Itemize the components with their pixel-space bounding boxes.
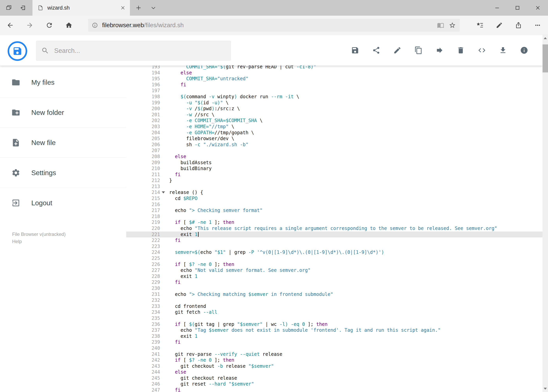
site-info-icon[interactable] [91,22,98,28]
back-button[interactable] [4,19,16,32]
code-button[interactable] [478,46,486,54]
delete-button[interactable] [457,46,465,54]
code-line-237[interactable]: 237 echo "Tag $semver does not exist in … [126,327,542,333]
sidebar-item-new-folder[interactable]: New folder [0,98,126,128]
minimize-button[interactable] [487,0,507,16]
address-bar[interactable]: filebrowser.web/files/wizard.sh [88,19,460,32]
code-line-216[interactable]: 216 [126,202,542,208]
share-page-button[interactable] [509,19,528,32]
tab-preview-button[interactable] [3,0,15,16]
code-line-224[interactable]: 224 semver=$(echo "$1" | grep -P '^v(0|[… [126,249,542,255]
more-button[interactable] [528,19,547,32]
code-line-217[interactable]: 217 echo "> Checking semver format" [126,207,542,214]
code-line-222[interactable]: 222 fi [126,237,542,244]
code-line-198[interactable]: 198 $(command -v winpty) docker run --rm… [126,94,542,100]
code-line-241[interactable]: 241 git rev-parse --verify --quiet relea… [126,351,542,357]
code-line-201[interactable]: 201 -w //src \ [126,112,542,118]
vertical-scrollbar[interactable] [542,35,548,392]
copy-button[interactable] [414,46,423,54]
maximize-button[interactable] [507,0,528,16]
code-line-246[interactable]: 246 git reset --hard "$semver" [126,381,542,387]
tab-close-button[interactable] [119,4,126,11]
code-line-225[interactable]: 225 [126,255,542,261]
web-note-button[interactable] [490,19,509,32]
code-line-230[interactable]: 230 [126,285,542,291]
code-line-226[interactable]: 226 if [ $? -ne 0 ]; then [126,261,542,267]
code-line-202[interactable]: 202 -e COMMIT_SHA=$COMMIT_SHA \ [126,118,542,124]
code-line-208[interactable]: 208 else [126,154,542,160]
code-line-227[interactable]: 227 echo "Not valid semver format. See s… [126,267,542,273]
code-line-203[interactable]: 203 -e HOME="//tmp" \ [126,124,542,130]
code-line-212[interactable]: 212} [126,177,542,184]
code-line-211[interactable]: 211 fi [126,172,542,178]
code-line-235[interactable]: 235 [126,315,542,321]
help-link[interactable]: Help [12,238,66,245]
code-line-218[interactable]: 218 [126,214,542,220]
code-line-234[interactable]: 234 git fetch --all [126,309,542,315]
code-line-243[interactable]: 243 git checkout -b release "$semver" [126,363,542,369]
code-line-199[interactable]: 199 -u "$(id -u)" \ [126,100,542,106]
code-line-229[interactable]: 229 fi [126,279,542,285]
code-line-215[interactable]: 215 cd $REPO [126,196,542,202]
home-button[interactable] [62,19,75,32]
code-line-205[interactable]: 205 filebrowser/dev \ [126,136,542,142]
code-line-195[interactable]: 195 COMMIT_SHA="untracked" [126,76,542,82]
sidebar-item-settings[interactable]: Settings [0,158,126,188]
code-editor[interactable]: 193 COMMIT_SHA="$(git rev-parse HEAD | c… [126,66,542,392]
code-line-232[interactable]: 232 [126,297,542,303]
code-line-240[interactable]: 240 [126,345,542,351]
code-line-223[interactable]: 223 [126,244,542,250]
code-line-219[interactable]: 219 if [ $# -ne 1 ]; then [126,219,542,225]
scroll-up-button[interactable] [542,35,548,42]
tab-menu-button[interactable] [148,0,159,16]
code-line-194[interactable]: 194 else [126,70,542,76]
reading-view-button[interactable] [436,21,445,30]
code-line-200[interactable]: 200 -v /$(pwd):/src:z \ [126,106,542,112]
code-line-213[interactable]: 213 [126,184,542,190]
code-line-236[interactable]: 236 if [ $(git tag | grep "$semver" | wc… [126,321,542,327]
app-logo[interactable] [8,41,27,61]
code-line-220[interactable]: 220 echo "This release script requires a… [126,225,542,231]
code-line-193[interactable]: 193 COMMIT_SHA="$(git rev-parse HEAD | c… [126,66,542,70]
url-text[interactable]: filebrowser.web/files/wizard.sh [102,22,434,29]
edit-button[interactable] [393,46,402,54]
code-line-207[interactable]: 207 [126,147,542,154]
code-line-244[interactable]: 244 else [126,369,542,375]
code-line-221[interactable]: 221 exit 1 [126,231,542,238]
code-line-233[interactable]: 233 cd frontend [126,303,542,309]
scroll-down-button[interactable] [542,385,548,392]
code-line-206[interactable]: 206 sh -c "./wizard.sh -b" [126,142,542,148]
sidebar-item-logout[interactable]: Logout [0,188,126,218]
code-line-197[interactable]: 197 [126,88,542,94]
info-button[interactable] [520,46,528,54]
browser-tab[interactable]: wizard.sh [33,0,130,16]
code-line-214[interactable]: 214release () { [126,189,542,196]
share-button[interactable] [372,46,380,54]
code-line-209[interactable]: 209 buildAssets [126,160,542,166]
forward-button[interactable] [23,19,36,32]
sidebar-item-my-files[interactable]: My files [0,67,126,98]
sidebar-item-new-file[interactable]: New file [0,128,126,158]
close-window-button[interactable] [528,0,548,16]
set-tabs-aside-button[interactable] [17,0,29,16]
code-line-239[interactable]: 239 fi [126,339,542,345]
download-button[interactable] [499,46,507,54]
new-tab-button[interactable] [133,0,144,16]
search-box[interactable] [36,41,231,61]
code-line-204[interactable]: 204 -e GOPATH=//tmp/gopath \ [126,130,542,136]
code-line-238[interactable]: 238 exit 1 [126,333,542,339]
code-line-196[interactable]: 196 fi [126,82,542,88]
code-line-242[interactable]: 242 if [ $? -ne 0 ]; then [126,357,542,363]
move-button[interactable] [436,46,444,54]
code-line-210[interactable]: 210 buildBinary [126,166,542,172]
save-button[interactable] [351,46,359,54]
code-line-228[interactable]: 228 exit 1 [126,273,542,280]
add-favorite-button[interactable] [448,21,457,30]
fold-arrow-icon[interactable] [162,191,165,193]
search-input[interactable] [54,47,226,54]
code-line-245[interactable]: 245 git checkout release [126,375,542,381]
code-line-247[interactable]: 247 fi [126,387,542,392]
code-line-231[interactable]: 231 echo "> Checking matching $semver in… [126,291,542,297]
refresh-button[interactable] [43,19,55,32]
scrollbar-thumb[interactable] [542,44,548,72]
